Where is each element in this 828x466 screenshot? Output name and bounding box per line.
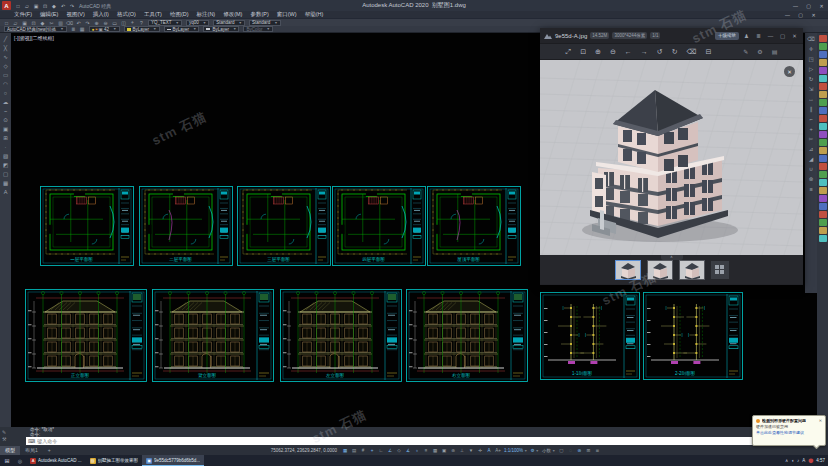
open-with-icon[interactable]: ⊟ [705, 48, 711, 56]
make-block-tool[interactable]: ⊞ [1, 134, 10, 142]
plugin-icon-0[interactable] [819, 35, 827, 42]
plugin-icon-2[interactable] [819, 51, 827, 58]
menu-item-I[interactable]: 插入(I) [89, 11, 113, 18]
tab-layout1[interactable]: 布局1 [20, 446, 43, 455]
taskbar-app-viewer[interactable]: ▣9e55dc5779b6d6b5d... [142, 455, 204, 466]
selection-cycling-toggle[interactable]: ▣ [440, 447, 448, 455]
menu-item-H[interactable]: 帮助(H) [301, 11, 328, 18]
plugin-icon-10[interactable] [819, 115, 827, 122]
doc-close-button[interactable]: ✕ [809, 12, 818, 18]
plugin-icon-12[interactable] [819, 131, 827, 138]
menu-icon[interactable]: ≣ [754, 33, 763, 39]
delete-image-icon[interactable]: ⌫ [687, 48, 697, 56]
workspace-label[interactable]: AutoCAD 经典 [79, 3, 111, 9]
standard-icon-11[interactable]: ⊖ [101, 20, 110, 26]
plugin-icon-20[interactable] [819, 195, 827, 202]
linetype-combo[interactable]: ByLayer▼ [164, 26, 200, 32]
plugin-icon-1[interactable] [819, 43, 827, 50]
open-file-icon[interactable]: ▱ [23, 2, 31, 10]
grid-toggle[interactable]: ▦ [341, 447, 349, 455]
ellipse-tool[interactable]: ⊙ [1, 116, 10, 124]
standard-icon-6[interactable]: ▥ [56, 20, 65, 26]
offset-tool[interactable]: ⇲ [807, 85, 816, 93]
menu-item-T[interactable]: 工具(T) [140, 11, 166, 18]
break-tool[interactable]: ✂ [807, 135, 816, 143]
spline-tool[interactable]: ~ [1, 107, 10, 115]
command-panel-grip[interactable]: ✎⚒ [2, 429, 22, 445]
plugin-icon-7[interactable] [819, 91, 827, 98]
revcloud-tool[interactable]: ☁ [1, 98, 10, 106]
doc-maximize-button[interactable]: ▢ [796, 12, 805, 18]
quick-properties-toggle[interactable]: ▢ [558, 447, 566, 455]
gizmo-toggle[interactable]: ✛ [476, 447, 484, 455]
standard-icon-13[interactable]: ◫ [119, 20, 128, 26]
viewer-image-area[interactable]: ✕ [540, 60, 803, 255]
plugin-icon-11[interactable] [819, 123, 827, 130]
previous-image-icon[interactable]: ← [625, 48, 632, 55]
trim-tool[interactable]: ⌐ [807, 115, 816, 123]
workspace-combo[interactable]: AutoCAD 经典(new)切换▼ [4, 26, 67, 32]
transparency-toggle[interactable]: ▩ [431, 447, 439, 455]
plugin-icon-16[interactable] [819, 163, 827, 170]
extend-tool[interactable]: + [807, 125, 816, 133]
plugin-icon-6[interactable] [819, 83, 827, 90]
polygon-tool[interactable]: ◇ [1, 62, 10, 70]
command-input[interactable] [37, 437, 802, 445]
taskbar-app-folder[interactable]: ▨别墅施工图带效果图 [86, 455, 143, 466]
tray-expand-icon[interactable]: ∧ [785, 458, 788, 463]
fullscreen-icon[interactable]: ⤢ [566, 48, 572, 56]
doc-minimize-button[interactable]: — [783, 12, 792, 18]
plugin-icon-18[interactable] [819, 179, 827, 186]
ten-level-zoom-button[interactable]: 十级缩放 [715, 32, 739, 40]
osnap-toggle[interactable]: ⌖ [413, 447, 421, 455]
plugin-icon-9[interactable] [819, 107, 827, 114]
layer-properties-icon[interactable]: ≣ [69, 26, 78, 32]
standard-icon-1[interactable]: ▱ [11, 20, 20, 26]
standard-icon-12[interactable]: ▭ [110, 20, 119, 26]
tab-model[interactable]: 模型 [0, 446, 20, 455]
thumbnail-3[interactable] [679, 260, 705, 280]
viewer-maximize-button[interactable]: ▢ [778, 33, 787, 39]
menu-item-P[interactable]: 参数(P) [246, 11, 272, 18]
standard-icon-2[interactable]: ▣ [20, 20, 29, 26]
image-close-button[interactable]: ✕ [784, 66, 795, 77]
fit-window-icon[interactable]: ⊡ [580, 48, 586, 56]
join-tool[interactable]: ∪ [807, 165, 816, 173]
menu-item-N[interactable]: 标注(N) [193, 11, 220, 18]
search-button[interactable]: ◎ [14, 458, 26, 464]
viewer-minimize-button[interactable]: — [766, 33, 775, 39]
mleader-style-combo[interactable]: Standard▼ [249, 20, 281, 26]
next-image-icon[interactable]: → [641, 48, 648, 55]
isolate-objects-toggle[interactable]: ◌ [567, 447, 575, 455]
new-file-icon[interactable]: □ [14, 2, 22, 10]
standard-icon-0[interactable]: □ [2, 20, 11, 26]
clean-screen-toggle[interactable]: ⊞ [585, 447, 593, 455]
lineweight-toggle[interactable]: ≡ [422, 447, 430, 455]
plugin-icon-14[interactable] [819, 147, 827, 154]
close-button[interactable]: ✕ [817, 3, 826, 9]
rotate-left-icon[interactable]: ↺ [657, 48, 663, 56]
line-tool[interactable]: ╱ [1, 35, 10, 43]
notification-link[interactable]: 单击此处查看性能调节建议 [756, 430, 822, 435]
plugin-icon-24[interactable] [819, 227, 827, 234]
move-tool[interactable]: ✛ [807, 45, 816, 53]
menu-item-E[interactable]: 编辑(E) [36, 11, 62, 18]
text-style-combo[interactable]: YQ_TEXT▼ [148, 20, 182, 26]
mirror-tool[interactable]: ▷ [807, 65, 816, 73]
properties-tool[interactable]: ≡ [807, 185, 816, 193]
ortho-toggle[interactable]: ∟ [377, 447, 385, 455]
maximize-button[interactable]: ▢ [804, 3, 813, 9]
thumbnail-grid-view-button[interactable] [711, 261, 729, 279]
tray-ime-icon[interactable]: A [802, 458, 805, 463]
layer-combo[interactable]: ●☀▣ 42▼ [89, 26, 120, 32]
dim-style-combo[interactable]: yq00▼ [186, 20, 209, 26]
array-tool[interactable]: ∥ [807, 105, 816, 113]
plugin-icon-21[interactable] [819, 203, 827, 210]
polar-toggle[interactable]: ∠ [386, 447, 394, 455]
point-tool[interactable]: ∙ [1, 143, 10, 151]
lineweight-combo[interactable]: ByLayer▼ [203, 26, 239, 32]
tray-app-icon[interactable]: ⬤ [808, 458, 813, 463]
mtext-tool[interactable]: A [1, 188, 10, 196]
menu-item-D[interactable]: 绘图(D) [166, 11, 193, 18]
menu-item-F[interactable]: 文件(F) [10, 11, 36, 18]
